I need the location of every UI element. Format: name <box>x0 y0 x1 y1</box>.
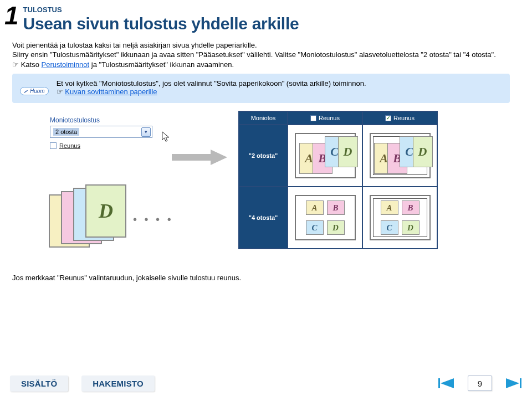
pencil-icon <box>23 88 29 94</box>
grid-header-moniotos: Moniotos <box>239 111 288 125</box>
tile-d: D <box>338 136 358 167</box>
tile-b: B <box>402 200 420 215</box>
reunus-label: Reunus <box>59 142 80 149</box>
paragraph-3: ☞ Katso Perustoiminnot ja "Tulostusmääri… <box>12 60 510 70</box>
grid-header-col2-label: Reunus <box>393 115 415 121</box>
grid-cell-4up-border: A B C D <box>362 187 437 249</box>
arrow-right-icon <box>172 150 227 165</box>
cursor-icon <box>161 131 173 143</box>
tile-b: B <box>327 200 345 215</box>
checkbox-icon[interactable] <box>50 142 57 149</box>
illustration-area: Moniotostulostus 2 otosta ▾ Reunus A B C… <box>33 111 510 271</box>
note-badge: Huom <box>20 87 49 95</box>
checkbox-checked-icon: ✓ <box>385 115 391 121</box>
link-perustoiminnot[interactable]: Perustoiminnot <box>41 60 89 69</box>
title-block: TULOSTUS Usean sivun tulostus yhdelle ar… <box>23 4 299 33</box>
p3-post: ja "Tulostusmääritykset" ikkunan avaamin… <box>89 60 234 69</box>
chevron-down-icon[interactable]: ▾ <box>141 127 151 137</box>
source-pages-stack: A B C D <box>49 191 126 252</box>
sheet-2up: A B C D <box>295 133 356 178</box>
svg-marker-1 <box>441 378 454 388</box>
svg-rect-2 <box>438 378 440 388</box>
source-page-d: D <box>85 184 126 238</box>
reunus-checkbox-row[interactable]: Reunus <box>50 142 158 149</box>
dropdown-field[interactable]: 2 otosta ▾ <box>50 126 152 138</box>
grid-header-reunus-off: Reunus <box>288 111 362 125</box>
header: 1 TULOSTUS Usean sivun tulostus yhdelle … <box>0 0 532 33</box>
chapter-number: 1 <box>4 4 18 27</box>
note-badge-text: Huom <box>30 88 45 94</box>
link-kuvan-sovittaminen[interactable]: Kuvan sovittaminen paperille <box>65 88 157 96</box>
svg-marker-0 <box>172 150 227 165</box>
body-text: Voit pienentää ja tulostaa kaksi tai nel… <box>0 33 532 70</box>
paragraph-1: Voit pienentää ja tulostaa kaksi tai nel… <box>12 40 510 50</box>
dropdown-selected: 2 otosta <box>53 128 79 136</box>
checkbox-unchecked-icon <box>310 115 316 121</box>
grid-row4-label: "4 otosta" <box>239 187 288 249</box>
index-button[interactable]: HAKEMISTO <box>81 376 155 392</box>
page-title: Usean sivun tulostus yhdelle arkille <box>23 15 299 33</box>
tile-c: C <box>306 220 324 235</box>
tile-d: D <box>402 220 420 235</box>
prev-page-button[interactable] <box>438 376 454 390</box>
dropdown-title: Moniotostulostus <box>50 116 158 124</box>
contents-button[interactable]: SISÄLTÖ <box>10 376 68 392</box>
hand-icon: ☞ <box>57 88 63 96</box>
tile-c: C <box>381 220 398 235</box>
note-box: Huom Et voi kytkeä "Moniotostulostus", j… <box>12 74 510 103</box>
grid-cell-4up-noborder: A B C D <box>288 187 362 249</box>
note-line1: Et voi kytkeä "Moniotostulostus", jos ol… <box>57 79 366 88</box>
grid-cell-2up-border: A B C D <box>362 125 437 187</box>
footer-text: Jos merkkaat "Reunus" valintaruudun, jok… <box>0 271 532 282</box>
grid-header-reunus-on: ✓ Reunus <box>362 111 437 125</box>
sheet-4up: A B C D <box>295 195 356 240</box>
grid-header-col1-label: Reunus <box>319 115 340 121</box>
tile-d: D <box>413 136 433 167</box>
hand-icon: ☞ <box>12 60 19 69</box>
paragraph-2: Siirry ensin "Tulostusmääritykset" ikkun… <box>12 50 510 60</box>
svg-rect-4 <box>520 378 521 388</box>
p3-pre: Katso <box>21 60 42 69</box>
dropdown-panel: Moniotostulostus 2 otosta ▾ Reunus <box>50 116 158 149</box>
category-label: TULOSTUS <box>23 6 299 14</box>
sheet-4up-border: A B C D <box>370 195 431 240</box>
tile-a: A <box>381 200 398 215</box>
bottom-nav: SISÄLTÖ HAKEMISTO 9 <box>0 371 532 396</box>
svg-marker-3 <box>506 378 519 388</box>
note-content: Et voi kytkeä "Moniotostulostus", jos ol… <box>57 79 366 96</box>
sheet-2up-border: A B C D <box>370 133 431 178</box>
grid-row2-label: "2 otosta" <box>239 125 288 187</box>
tile-d: D <box>327 220 345 235</box>
tile-a: A <box>306 200 324 215</box>
ellipsis-icon: • • • • <box>133 213 173 226</box>
grid-cell-2up-noborder: A B C D <box>288 125 362 187</box>
result-grid: Moniotos Reunus ✓ Reunus "2 otosta" A B … <box>238 111 438 249</box>
next-page-button[interactable] <box>505 376 522 390</box>
page-number: 9 <box>468 376 492 391</box>
